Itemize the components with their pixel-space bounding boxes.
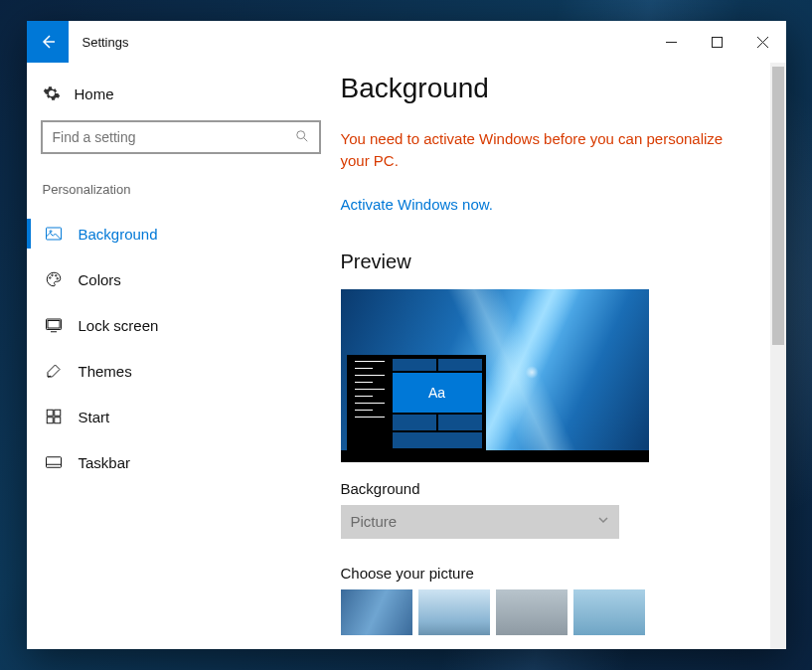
- picture-thumbnail[interactable]: [341, 589, 412, 635]
- sidebar-item-label: Lock screen: [79, 317, 159, 334]
- sidebar-item-label: Background: [79, 226, 158, 243]
- preview-taskbar: [341, 450, 649, 462]
- sidebar-item-themes[interactable]: Themes: [27, 348, 335, 394]
- nav-list: Background Colors Lock screen: [27, 211, 335, 485]
- sidebar: Home Personalization Background: [27, 63, 335, 649]
- main-panel: Background You need to activate Windows …: [335, 63, 786, 649]
- scrollbar[interactable]: [770, 63, 786, 649]
- svg-line-5: [303, 137, 307, 141]
- svg-point-11: [57, 278, 59, 280]
- minimize-icon: [666, 37, 677, 48]
- choose-picture-label: Choose your picture: [341, 565, 752, 582]
- picture-icon: [45, 225, 63, 243]
- picture-thumbnail[interactable]: [418, 589, 490, 635]
- svg-rect-19: [46, 457, 61, 468]
- close-icon: [757, 37, 768, 48]
- home-button[interactable]: Home: [27, 73, 335, 114]
- sidebar-item-colors[interactable]: Colors: [27, 256, 335, 302]
- sidebar-item-lockscreen[interactable]: Lock screen: [27, 302, 335, 348]
- lockscreen-icon: [45, 316, 63, 334]
- svg-rect-16: [54, 410, 60, 416]
- window-title: Settings: [69, 21, 129, 63]
- background-field-label: Background: [341, 480, 752, 497]
- content-area: Home Personalization Background: [27, 63, 786, 649]
- background-dropdown[interactable]: Picture: [341, 505, 619, 539]
- svg-rect-18: [54, 418, 60, 423]
- titlebar: Settings: [27, 21, 786, 63]
- maximize-icon: [712, 37, 723, 48]
- settings-window: Settings Home: [27, 21, 786, 649]
- activation-warning: You need to activate Windows before you …: [341, 128, 738, 172]
- preview-sample-tile: Aa: [393, 373, 482, 413]
- sidebar-item-label: Start: [79, 409, 110, 425]
- svg-rect-13: [48, 321, 60, 329]
- picture-thumbnails: [341, 589, 752, 635]
- preview-heading: Preview: [341, 251, 752, 273]
- scrollbar-thumb[interactable]: [772, 67, 784, 345]
- start-icon: [45, 408, 63, 425]
- sidebar-item-taskbar[interactable]: Taskbar: [27, 439, 335, 485]
- picture-thumbnail[interactable]: [496, 589, 568, 635]
- dropdown-value: Picture: [351, 513, 398, 530]
- gear-icon: [43, 84, 61, 102]
- back-button[interactable]: [27, 21, 69, 63]
- search-box[interactable]: [41, 120, 321, 154]
- sidebar-item-label: Themes: [79, 363, 132, 380]
- chevron-down-icon: [597, 514, 609, 529]
- preview-start-menu: Aa: [347, 355, 486, 450]
- arrow-left-icon: [40, 34, 56, 50]
- page-title: Background: [341, 73, 752, 104]
- svg-point-9: [51, 274, 53, 276]
- svg-rect-17: [47, 418, 53, 423]
- desktop-preview: Aa: [341, 289, 649, 462]
- window-controls: [649, 21, 786, 63]
- picture-thumbnail[interactable]: [573, 589, 645, 635]
- search-container: [27, 114, 335, 172]
- sidebar-item-start[interactable]: Start: [27, 394, 335, 439]
- minimize-button[interactable]: [649, 21, 695, 63]
- sidebar-item-label: Taskbar: [79, 454, 131, 471]
- svg-point-10: [55, 275, 57, 277]
- close-button[interactable]: [740, 21, 786, 63]
- sidebar-item-background[interactable]: Background: [27, 211, 335, 256]
- svg-rect-1: [713, 37, 723, 47]
- palette-icon: [45, 270, 63, 288]
- svg-point-4: [296, 130, 304, 138]
- maximize-button[interactable]: [695, 21, 740, 63]
- activate-windows-link[interactable]: Activate Windows now.: [341, 196, 493, 213]
- sidebar-item-label: Colors: [79, 271, 121, 288]
- category-label: Personalization: [27, 172, 335, 211]
- search-icon: [285, 129, 319, 146]
- svg-point-7: [50, 231, 52, 233]
- home-label: Home: [75, 85, 114, 102]
- search-input[interactable]: [43, 129, 285, 145]
- themes-icon: [45, 362, 63, 380]
- svg-point-8: [49, 277, 51, 279]
- taskbar-icon: [45, 453, 63, 471]
- svg-rect-15: [47, 410, 53, 416]
